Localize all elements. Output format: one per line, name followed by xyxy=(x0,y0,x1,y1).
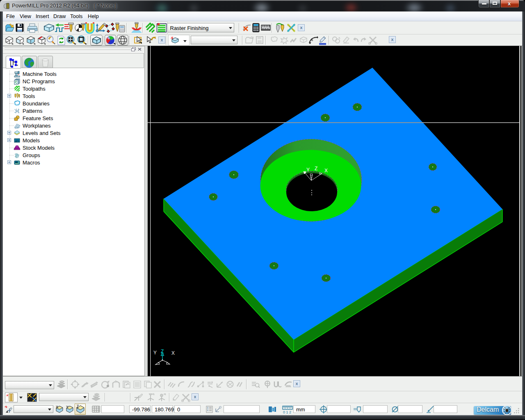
svg-text:Z: Z xyxy=(76,404,79,409)
svg-text:Y: Y xyxy=(153,350,157,356)
svg-text:Y: Y xyxy=(306,167,310,173)
svg-text:Y: Y xyxy=(66,405,68,409)
svg-text:Z: Z xyxy=(161,349,164,354)
svg-text:X: X xyxy=(56,405,58,409)
svg-text:X: X xyxy=(324,168,328,173)
svg-text:Z: Z xyxy=(315,166,317,171)
svg-text:X: X xyxy=(171,350,175,356)
svg-text:0 1 2: 0 1 2 xyxy=(283,410,291,414)
